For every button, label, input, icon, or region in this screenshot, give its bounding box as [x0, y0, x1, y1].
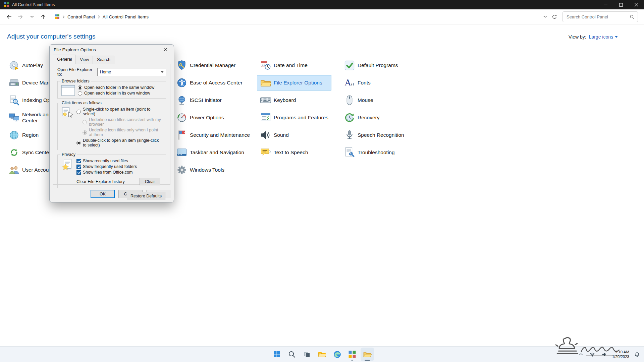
chevron-down-icon	[543, 15, 547, 18]
start-button[interactable]	[270, 348, 283, 361]
task-view-button[interactable]	[300, 348, 314, 361]
cp-item-keyboard[interactable]: Keyboard	[257, 93, 331, 108]
tab-general[interactable]: General	[53, 55, 76, 64]
address-bar[interactable]: Control Panel All Control Panel Items	[51, 11, 560, 22]
search-input[interactable]	[566, 14, 630, 20]
cp-item-iscsi-initiator[interactable]: iSCSI Initiator	[173, 93, 253, 108]
view-by-dropdown[interactable]: Large icons	[589, 34, 618, 40]
keyboard-icon	[260, 95, 271, 106]
cp-item-credential-manager[interactable]: Credential Manager	[173, 58, 253, 73]
clock-time: 9:10 AM	[612, 350, 629, 354]
tab-search[interactable]: Search	[93, 56, 114, 64]
running-indicator	[351, 360, 353, 361]
cp-item-label: Recovery	[358, 115, 379, 121]
cp-item-label: Programs and Features	[274, 115, 328, 121]
checkbox-show-frequent-folders[interactable]: Show frequently used folders	[76, 164, 162, 169]
open-to-label: Open File Explorer to:	[57, 67, 97, 77]
file-explorer-icon	[318, 350, 326, 359]
dialog-close-button[interactable]	[158, 45, 172, 54]
forward-arrow-icon	[17, 14, 23, 20]
restore-defaults-button[interactable]: Restore Defaults	[127, 192, 165, 200]
network-and-sharing-center-icon	[8, 112, 20, 123]
speaker-icon	[601, 352, 607, 357]
cp-item-label: Windows Tools	[190, 167, 224, 173]
search-icon[interactable]	[630, 14, 635, 19]
notification-center-button[interactable]	[633, 350, 641, 359]
search-icon	[288, 350, 296, 358]
radio-open-same-window[interactable]: Open each folder in the same window	[78, 85, 162, 90]
view-by-label: View by:	[569, 34, 586, 40]
cp-item-sound[interactable]: Sound	[257, 127, 331, 143]
cp-item-default-programs[interactable]: Default Programs	[341, 58, 407, 73]
control-panel-taskbar-button[interactable]	[345, 348, 359, 361]
cp-item-security-and-maintenance[interactable]: Security and Maintenance	[173, 127, 253, 143]
up-button[interactable]	[38, 11, 49, 22]
cp-item-programs-and-features[interactable]: Programs and Features	[257, 110, 331, 125]
edge-icon	[333, 350, 341, 359]
cp-item-fonts[interactable]: Aa Fonts	[341, 75, 407, 90]
radio-icon	[78, 91, 82, 96]
troubleshooting-icon	[344, 147, 355, 158]
cp-item-power-options[interactable]: Power Options	[173, 110, 253, 125]
checkbox-show-office-files[interactable]: Show files from Office.com	[76, 170, 162, 175]
active-indicator	[365, 360, 370, 361]
fonts-icon: Aa	[344, 77, 355, 88]
cp-item-label: Fonts	[358, 80, 371, 86]
svg-text:A: A	[344, 78, 351, 88]
page-title: Adjust your computer's settings	[7, 33, 95, 40]
taskbar-clock[interactable]: 9:10 AM 1/20/2023	[612, 350, 629, 359]
ease-of-access-center-icon	[176, 77, 187, 88]
dialog-tabs: General View Search	[53, 55, 114, 64]
cp-item-label: File Explorer Options	[274, 80, 322, 86]
breadcrumb-control-panel[interactable]: Control Panel	[67, 14, 95, 19]
radio-open-own-window[interactable]: Open each folder in its own window	[78, 91, 162, 96]
maximize-button[interactable]	[613, 0, 629, 9]
refresh-button[interactable]	[552, 14, 557, 19]
taskbar: 9:10 AM 1/20/2023	[0, 346, 644, 362]
tab-view[interactable]: View	[76, 56, 93, 64]
minimize-icon	[604, 3, 607, 7]
cp-item-taskbar-and-navigation[interactable]: Taskbar and Navigation	[173, 145, 253, 160]
open-to-dropdown[interactable]: Home	[97, 68, 166, 76]
file-explorer-options-taskbar-button[interactable]	[361, 348, 374, 361]
cp-item-file-explorer-options[interactable]: File Explorer Options	[257, 75, 331, 90]
dialog-titlebar[interactable]: File Explorer Options	[50, 45, 174, 55]
cp-item-mouse[interactable]: Mouse	[341, 93, 407, 108]
back-button[interactable]	[3, 11, 15, 22]
clear-button[interactable]: Clear	[140, 178, 160, 185]
close-button[interactable]	[629, 0, 644, 9]
radio-double-click[interactable]: Double-click to open an item (single-cli…	[76, 138, 162, 147]
checkbox-show-recent-files[interactable]: Show recently used files	[76, 159, 162, 163]
text-to-speech-icon	[260, 147, 271, 158]
cp-item-label: Taskbar and Navigation	[190, 149, 244, 156]
cp-item-speech-recognition[interactable]: Speech Recognition	[341, 127, 407, 143]
window-controls	[598, 0, 644, 9]
cp-item-recovery[interactable]: Recovery	[341, 110, 407, 125]
volume-tray-button[interactable]	[600, 350, 608, 359]
minimize-button[interactable]	[598, 0, 613, 9]
file-explorer-taskbar-button[interactable]	[315, 348, 329, 361]
browse-folders-group-title: Browse folders	[60, 79, 91, 83]
cp-item-ease-of-access-center[interactable]: Ease of Access Center	[173, 75, 253, 90]
clear-history-label: Clear File Explorer history	[76, 179, 125, 184]
dropdown-chevron-icon	[159, 69, 165, 75]
cp-item-text-to-speech[interactable]: Text to Speech	[257, 145, 331, 160]
hidden-icons-button[interactable]	[578, 352, 584, 357]
cp-item-windows-tools[interactable]: Windows Tools	[173, 162, 253, 178]
privacy-group-title: Privacy	[60, 152, 77, 157]
breadcrumb-chevron-icon	[62, 15, 65, 19]
edge-browser-button[interactable]	[330, 348, 344, 361]
chevron-down-icon	[615, 36, 618, 38]
radio-icon	[76, 110, 81, 114]
window-titlebar: All Control Panel Items	[0, 0, 644, 9]
taskbar-search-button[interactable]	[285, 348, 299, 361]
cp-item-troubleshooting[interactable]: Troubleshooting	[341, 145, 407, 160]
cp-item-date-and-time[interactable]: Date and Time	[257, 58, 331, 73]
chevron-down-icon	[30, 15, 34, 18]
address-dropdown-button[interactable]	[543, 15, 547, 18]
radio-single-click[interactable]: Single-click to open an item (point to s…	[76, 107, 162, 116]
forward-button[interactable]	[15, 11, 26, 22]
breadcrumb-all-control-panel-items[interactable]: All Control Panel Items	[103, 14, 149, 19]
recent-locations-button[interactable]	[26, 11, 38, 22]
network-tray-button[interactable]	[588, 350, 596, 359]
